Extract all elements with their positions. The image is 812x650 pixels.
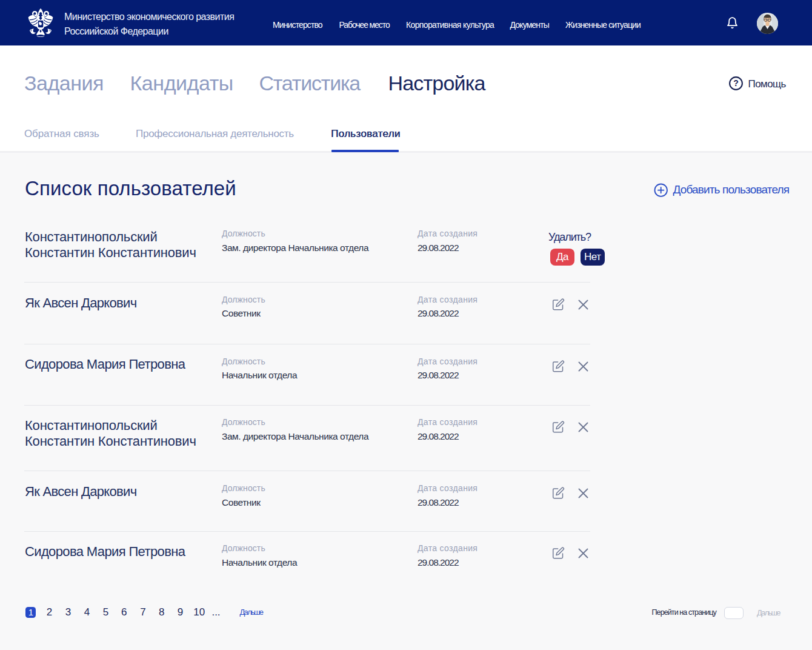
svg-text:?: ? [733, 78, 739, 88]
